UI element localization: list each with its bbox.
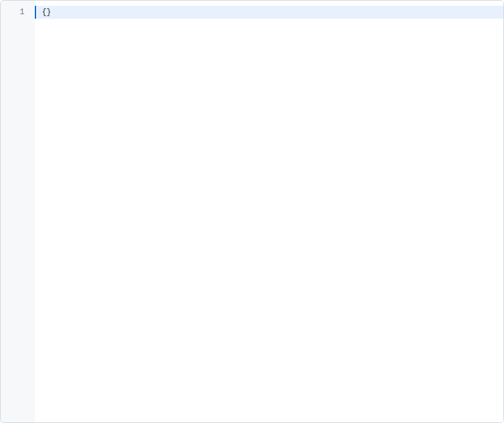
code-content-area[interactable]: {}	[35, 1, 503, 422]
code-editor[interactable]: 1 {}	[0, 0, 504, 423]
line-number[interactable]: 1	[1, 6, 35, 19]
code-text: {}	[42, 8, 51, 17]
line-number-gutter: 1	[1, 1, 35, 422]
code-line[interactable]: {}	[35, 6, 503, 19]
